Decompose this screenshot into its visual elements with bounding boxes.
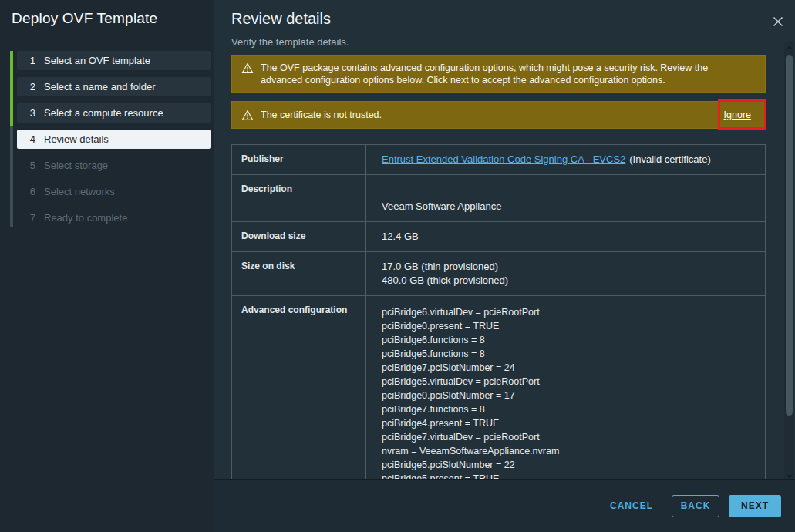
template-details-table: Publisher Entrust Extended Validation Co… bbox=[231, 144, 766, 479]
sidebar-step-ready-to-complete: 7Ready to complete bbox=[17, 208, 211, 227]
step-number: 1 bbox=[26, 51, 35, 70]
table-row-description: Description Veeam Software Appliance bbox=[232, 175, 765, 222]
warning-triangle-icon bbox=[241, 62, 254, 74]
cancel-button[interactable]: CANCEL bbox=[608, 496, 655, 516]
row-label: Publisher bbox=[232, 145, 366, 174]
page-subtitle: Verify the template details. bbox=[231, 36, 349, 48]
scroll-up-arrow-icon[interactable] bbox=[784, 42, 794, 53]
row-label: Description bbox=[232, 175, 366, 221]
row-value: 12.4 GB bbox=[366, 222, 765, 251]
ignore-link[interactable]: Ignore bbox=[724, 109, 756, 121]
sidebar-step-select-ovf-template[interactable]: 1Select an OVF template bbox=[17, 51, 211, 70]
sidebar-step-select-networks: 6Select networks bbox=[17, 182, 211, 201]
step-number: 3 bbox=[26, 103, 35, 123]
value-line: pciBridge6.virtualDev = pcieRootPort bbox=[382, 305, 750, 319]
value-line: pciBridge5.pciSlotNumber = 22 bbox=[382, 458, 750, 472]
value-line: pciBridge7.virtualDev = pcieRootPort bbox=[382, 430, 750, 444]
wizard-content: Review details Verify the template detai… bbox=[214, 0, 795, 532]
value-line: pciBridge7.functions = 8 bbox=[382, 402, 750, 416]
table-row-advanced-configuration: Advanced configuration pciBridge6.virtua… bbox=[232, 296, 765, 479]
row-value: 17.0 GB (thin provisioned)480.0 GB (thic… bbox=[366, 252, 765, 295]
sidebar-step-select-name-folder[interactable]: 2Select a name and folder bbox=[17, 77, 211, 96]
value-line: nvram = VeeamSoftwareAppliance.nvram bbox=[382, 444, 750, 458]
step-label: Review details bbox=[44, 133, 109, 145]
security-risk-warning-banner: The OVF package contains advanced config… bbox=[231, 55, 766, 93]
value-line: pciBridge0.pciSlotNumber = 17 bbox=[382, 389, 750, 402]
close-icon[interactable] bbox=[772, 15, 786, 29]
progress-bar-completed bbox=[10, 51, 13, 126]
row-label: Advanced configuration bbox=[232, 296, 366, 479]
next-button[interactable]: NEXT bbox=[729, 495, 781, 517]
sidebar-step-select-storage: 5Select storage bbox=[17, 156, 211, 175]
certificate-warning-banner: The certificate is not trusted. Ignore bbox=[231, 101, 766, 129]
value-line: pciBridge7.pciSlotNumber = 24 bbox=[382, 361, 750, 375]
step-label: Select a name and folder bbox=[44, 81, 156, 93]
step-number: 5 bbox=[26, 156, 35, 175]
scrollbar-thumb[interactable] bbox=[786, 55, 793, 416]
sidebar-step-review-details[interactable]: 4Review details bbox=[17, 130, 211, 149]
page-title: Review details bbox=[231, 10, 331, 28]
row-value: pciBridge6.virtualDev = pcieRootPortpciB… bbox=[366, 296, 765, 479]
step-number: 7 bbox=[26, 208, 35, 227]
row-value: Entrust Extended Validation Code Signing… bbox=[366, 145, 765, 174]
table-row-publisher: Publisher Entrust Extended Validation Co… bbox=[232, 145, 765, 175]
value-line: pciBridge5.present = TRUE bbox=[382, 472, 750, 479]
step-label: Select an OVF template bbox=[44, 55, 150, 66]
row-value: Veeam Software Appliance bbox=[366, 175, 765, 221]
wizard-steps: 1Select an OVF template 2Select a name a… bbox=[10, 51, 211, 234]
value-line: pciBridge5.functions = 8 bbox=[382, 347, 750, 361]
vertical-scrollbar[interactable] bbox=[784, 42, 794, 482]
invalid-certificate-note: (Invalid certificate) bbox=[629, 153, 710, 165]
deploy-ovf-template-dialog: Deploy OVF Template 1Select an OVF templ… bbox=[0, 0, 795, 532]
step-label: Select networks bbox=[44, 186, 115, 197]
step-label: Select storage bbox=[44, 160, 108, 171]
dialog-title: Deploy OVF Template bbox=[12, 10, 157, 27]
warning-text: The OVF package contains advanced config… bbox=[261, 62, 723, 86]
progress-bar-remaining bbox=[10, 126, 13, 227]
sidebar-step-select-compute-resource[interactable]: 3Select a compute resource bbox=[17, 103, 211, 123]
step-label: Ready to complete bbox=[44, 212, 127, 224]
value-line: pciBridge4.present = TRUE bbox=[382, 416, 750, 430]
table-row-size-on-disk: Size on disk 17.0 GB (thin provisioned)4… bbox=[232, 252, 765, 296]
value-line: pciBridge6.functions = 8 bbox=[382, 333, 750, 347]
value-line: 17.0 GB (thin provisioned) bbox=[382, 260, 750, 274]
warning-triangle-icon bbox=[241, 109, 254, 121]
row-label: Size on disk bbox=[232, 252, 366, 295]
step-number: 6 bbox=[26, 182, 35, 201]
publisher-certificate-link[interactable]: Entrust Extended Validation Code Signing… bbox=[382, 153, 625, 165]
back-button[interactable]: BACK bbox=[672, 495, 719, 517]
row-label: Download size bbox=[232, 222, 366, 251]
value-line: 480.0 GB (thick provisioned) bbox=[382, 274, 750, 288]
table-row-download-size: Download size 12.4 GB bbox=[232, 222, 765, 252]
warning-text: The certificate is not trusted. bbox=[261, 109, 723, 121]
value-line: pciBridge0.present = TRUE bbox=[382, 319, 750, 333]
step-label: Select a compute resource bbox=[44, 107, 163, 119]
value-line: pciBridge5.virtualDev = pcieRootPort bbox=[382, 375, 750, 389]
wizard-footer: CANCEL BACK NEXT bbox=[214, 479, 795, 532]
step-number: 4 bbox=[26, 130, 35, 149]
step-number: 2 bbox=[26, 77, 35, 96]
wizard-sidebar: Deploy OVF Template 1Select an OVF templ… bbox=[0, 0, 214, 532]
